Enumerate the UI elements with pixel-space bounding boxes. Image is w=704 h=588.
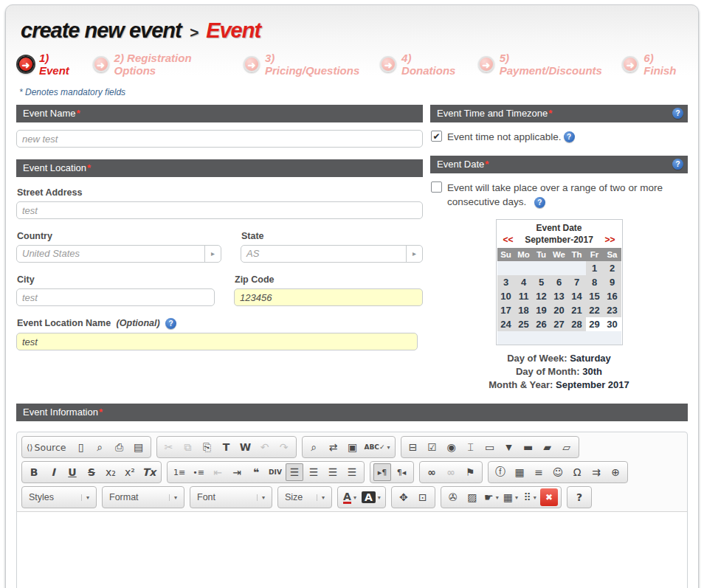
- text-direction-ltr-icon[interactable]: ▸¶: [373, 463, 391, 481]
- show-blocks-icon[interactable]: ⊡: [414, 488, 432, 506]
- superscript-icon[interactable]: x²: [121, 463, 139, 481]
- event-time-not-applicable-checkbox[interactable]: ✔: [431, 131, 442, 142]
- step-tab-donations[interactable]: ➜ 4) Donations: [380, 52, 465, 77]
- calendar-day-cell: 23: [604, 303, 621, 317]
- hand-tool-button[interactable]: ☛ ▾: [483, 488, 500, 506]
- toolbar-group-format: Format ▾: [102, 486, 184, 508]
- bulleted-list-icon[interactable]: •≡: [190, 463, 207, 481]
- editor-content-area[interactable]: [17, 512, 687, 588]
- bold-icon[interactable]: B: [25, 463, 43, 481]
- insert-image-icon[interactable]: ▨: [463, 488, 481, 506]
- cut-icon[interactable]: ✂: [160, 438, 178, 456]
- preview-icon[interactable]: ⌕: [92, 438, 109, 456]
- save-icon[interactable]: ✇: [444, 488, 462, 506]
- event-location-name-input[interactable]: [16, 333, 418, 350]
- replace-icon[interactable]: ⇄: [325, 438, 342, 456]
- dropdown-arrow-icon[interactable]: ▸: [204, 246, 221, 262]
- hidden-field-icon[interactable]: ▱: [558, 438, 576, 456]
- zip-code-input[interactable]: [234, 288, 423, 306]
- paste-from-word-icon[interactable]: W: [237, 438, 255, 456]
- step-tab-registration-options[interactable]: ➜ 2) Registration Options: [93, 52, 230, 77]
- italic-icon[interactable]: I: [44, 463, 62, 481]
- calendar-prev-button[interactable]: <<: [503, 235, 514, 245]
- background-color-button[interactable]: A ▾: [360, 488, 382, 506]
- undo-icon[interactable]: ↶: [256, 438, 274, 456]
- copy-icon[interactable]: ⧉: [179, 438, 197, 456]
- select-all-icon[interactable]: ▣: [344, 438, 362, 456]
- calendar-next-button[interactable]: >>: [604, 235, 615, 245]
- unlink-icon[interactable]: ∞: [442, 463, 460, 481]
- div-container-icon[interactable]: DIV: [266, 463, 284, 481]
- text-direction-rtl-icon[interactable]: ¶◂: [393, 463, 410, 481]
- checkbox-field-icon[interactable]: ☑: [424, 438, 441, 456]
- align-left-icon[interactable]: ☰: [286, 463, 303, 481]
- decrease-indent-icon[interactable]: ⇤: [209, 463, 227, 481]
- step-tab-payment-discounts[interactable]: ➜ 5) Payment/Discounts: [478, 52, 610, 77]
- country-select[interactable]: United States ▸: [16, 245, 221, 263]
- numbered-list-icon[interactable]: 1≡: [170, 463, 188, 481]
- table-menu-button[interactable]: ▦ ▾: [502, 488, 520, 506]
- street-address-input[interactable]: [16, 201, 423, 219]
- paste-as-text-icon[interactable]: T: [218, 438, 235, 456]
- justify-icon[interactable]: ☰: [343, 463, 361, 481]
- caret-down-icon: ▾: [378, 494, 381, 501]
- text-field-icon[interactable]: ⌶: [462, 438, 480, 456]
- iframe-globe-icon[interactable]: ⊕: [607, 463, 624, 481]
- text-color-button[interactable]: A ▾: [341, 488, 359, 506]
- state-select[interactable]: AS ▸: [241, 245, 423, 263]
- help-icon[interactable]: ?: [564, 131, 575, 142]
- templates-icon[interactable]: ▤: [130, 438, 148, 456]
- select-field-icon[interactable]: ▼: [500, 438, 518, 456]
- source-button[interactable]: ⟨⟩ Source: [25, 438, 71, 456]
- date-range-checkbox[interactable]: [431, 181, 442, 193]
- blockquote-icon[interactable]: ❝: [247, 463, 265, 481]
- find-icon[interactable]: ⌕: [306, 438, 323, 456]
- spell-check-icon[interactable]: ABC✓ ▾: [363, 438, 392, 456]
- maximize-icon[interactable]: ✥: [395, 488, 413, 506]
- radio-button-icon[interactable]: ◉: [443, 438, 460, 456]
- help-icon[interactable]: ?: [534, 197, 545, 208]
- toolbar-group-about: ?: [567, 486, 592, 508]
- step-tab-finish[interactable]: ➜ 6) Finish: [622, 52, 686, 77]
- form-icon[interactable]: ⊟: [404, 438, 422, 456]
- help-icon[interactable]: ?: [165, 318, 176, 329]
- step-tab-event[interactable]: ➜ 1) Event: [18, 52, 80, 77]
- align-right-icon[interactable]: ☰: [324, 463, 342, 481]
- step-tab-pricing-questions[interactable]: ➜ 3) Pricing/Questions: [244, 52, 367, 77]
- remove-format-icon[interactable]: Tx: [140, 463, 158, 481]
- paste-icon[interactable]: ⎘: [199, 438, 216, 456]
- smiley-icon[interactable]: ☺: [549, 463, 567, 481]
- delete-red-x-icon[interactable]: ✖: [540, 488, 558, 506]
- format-select[interactable]: Format ▾: [106, 488, 181, 506]
- increase-indent-icon[interactable]: ⇥: [228, 463, 246, 481]
- flash-icon[interactable]: ⓕ: [491, 463, 509, 481]
- help-icon[interactable]: ?: [672, 108, 683, 119]
- link-icon[interactable]: ∞: [423, 463, 441, 481]
- align-center-icon[interactable]: ☰: [305, 463, 322, 481]
- subscript-icon[interactable]: x₂: [102, 463, 120, 481]
- font-select[interactable]: Font ▾: [193, 488, 269, 506]
- image-button-icon[interactable]: ▰: [539, 438, 556, 456]
- grid-menu-button[interactable]: ⠿ ▾: [521, 488, 539, 506]
- dropdown-arrow-icon[interactable]: ▸: [406, 246, 422, 262]
- help-icon[interactable]: ?: [672, 159, 683, 170]
- page-break-icon[interactable]: ⇉: [587, 463, 605, 481]
- horizontal-rule-icon[interactable]: ≡: [530, 463, 548, 481]
- new-page-icon[interactable]: ▯: [72, 438, 90, 456]
- redo-icon[interactable]: ↷: [275, 438, 293, 456]
- table-icon[interactable]: ▦: [511, 463, 528, 481]
- underline-icon[interactable]: U: [63, 463, 81, 481]
- special-character-icon[interactable]: Ω: [568, 463, 586, 481]
- strikethrough-icon[interactable]: S: [83, 463, 100, 481]
- calendar-day-cell-selectable[interactable]: 29: [586, 317, 604, 331]
- size-select[interactable]: Size ▾: [281, 488, 328, 506]
- event-name-input[interactable]: [16, 130, 423, 148]
- textarea-icon[interactable]: ▭: [481, 438, 499, 456]
- styles-select[interactable]: Styles ▾: [25, 488, 93, 506]
- button-field-icon[interactable]: ▬: [520, 438, 537, 456]
- print-icon[interactable]: ⎙: [111, 438, 128, 456]
- about-help-icon[interactable]: ?: [570, 488, 588, 506]
- anchor-flag-icon[interactable]: ⚑: [461, 463, 479, 481]
- calendar-day-cell-selectable[interactable]: 30: [604, 317, 621, 331]
- city-input[interactable]: [16, 288, 215, 306]
